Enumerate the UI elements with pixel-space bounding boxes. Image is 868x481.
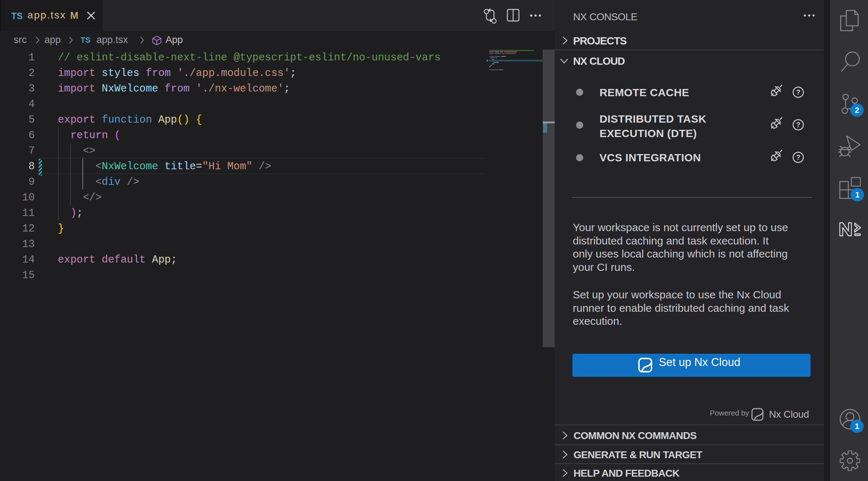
svg-text:?: ?	[796, 153, 800, 161]
svg-text:?: ?	[796, 121, 800, 129]
svg-text:?: ?	[796, 88, 800, 96]
